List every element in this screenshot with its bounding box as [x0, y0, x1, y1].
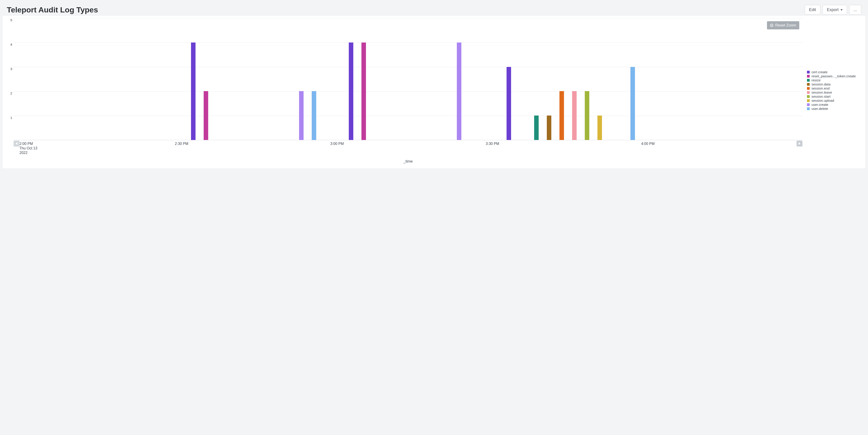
legend-label: session.leave: [811, 90, 832, 94]
legend-item[interactable]: session.upload: [807, 99, 861, 102]
bar[interactable]: [299, 91, 304, 140]
legend-swatch: [807, 75, 810, 77]
chart-body: 12345 Reset Zoom 2:00 PMThu Oct 1320222:…: [7, 18, 861, 164]
edit-button-label: Edit: [809, 7, 816, 12]
prev-time-button[interactable]: [13, 141, 20, 147]
legend-label: user.delete: [811, 107, 828, 111]
legend-item[interactable]: session.end: [807, 86, 861, 90]
legend-item[interactable]: session.start: [807, 94, 861, 98]
chart: 12345 Reset Zoom 2:00 PMThu Oct 1320222:…: [3, 16, 865, 168]
legend-swatch: [807, 95, 810, 98]
legend-item[interactable]: resize: [807, 78, 861, 82]
x-ticks: 2:00 PMThu Oct 1320222:30 PM3:00 PM3:30 …: [20, 141, 797, 154]
export-button-label: Export: [827, 7, 839, 12]
legend-label: session.upload: [811, 99, 834, 102]
legend-label: resize: [811, 78, 820, 82]
legend-swatch: [807, 107, 810, 110]
x-tick: 4:00 PM: [641, 142, 655, 146]
bar[interactable]: [362, 42, 366, 140]
legend-swatch: [807, 79, 810, 82]
bar[interactable]: [204, 91, 208, 140]
next-time-button[interactable]: [797, 141, 802, 147]
bar[interactable]: [572, 91, 577, 140]
x-tick: 3:00 PM: [330, 142, 344, 146]
plot-area[interactable]: Reset Zoom: [13, 18, 802, 140]
bar[interactable]: [457, 42, 461, 140]
legend-label: session.end: [811, 86, 830, 90]
legend: cert.createreset_passwo..._token.creater…: [802, 18, 861, 164]
bar[interactable]: [547, 116, 551, 140]
panel: Teleport Audit Log Types Edit Export ...…: [3, 3, 865, 168]
bars-layer: [13, 18, 802, 140]
chevron-right-icon: [799, 142, 800, 145]
legend-label: reset_passwo..._token.create: [811, 74, 856, 78]
legend-label: session.data: [811, 82, 831, 86]
more-button[interactable]: ...: [849, 5, 861, 14]
x-axis-row: 2:00 PMThu Oct 1320222:30 PM3:00 PM3:30 …: [13, 141, 802, 154]
header-actions: Edit Export ...: [805, 5, 861, 14]
bar[interactable]: [506, 67, 511, 140]
legend-label: user.create: [811, 103, 828, 106]
x-tick: 2:00 PMThu Oct 132022: [20, 142, 37, 155]
legend-item[interactable]: session.data: [807, 82, 861, 86]
plot-column: Reset Zoom 2:00 PMThu Oct 1320222:30 PM3…: [13, 18, 802, 164]
x-tick: 2:30 PM: [175, 142, 188, 146]
bar[interactable]: [191, 42, 195, 140]
export-button[interactable]: Export: [823, 5, 847, 14]
legend-swatch: [807, 71, 810, 73]
bar[interactable]: [534, 116, 539, 140]
chevron-left-icon: [16, 142, 18, 145]
x-axis-label: _time: [13, 159, 802, 164]
legend-swatch: [807, 99, 810, 102]
legend-item[interactable]: cert.create: [807, 70, 861, 74]
legend-label: session.start: [811, 94, 831, 98]
legend-item[interactable]: reset_passwo..._token.create: [807, 74, 861, 78]
legend-swatch: [807, 87, 810, 90]
legend-label: cert.create: [811, 70, 828, 74]
bar[interactable]: [559, 91, 564, 140]
more-button-label: ...: [854, 7, 857, 12]
legend-item[interactable]: session.leave: [807, 90, 861, 94]
bar[interactable]: [585, 91, 589, 140]
x-tick: 3:30 PM: [486, 142, 499, 146]
legend-swatch: [807, 103, 810, 106]
legend-item[interactable]: user.delete: [807, 107, 861, 111]
bar[interactable]: [597, 116, 602, 140]
legend-swatch: [807, 91, 810, 94]
bar[interactable]: [349, 42, 353, 140]
page-title: Teleport Audit Log Types: [7, 5, 98, 14]
caret-down-icon: [840, 9, 843, 11]
legend-swatch: [807, 83, 810, 86]
edit-button[interactable]: Edit: [805, 5, 820, 14]
bar[interactable]: [630, 67, 635, 140]
legend-item[interactable]: user.create: [807, 103, 861, 106]
y-axis: 12345: [7, 18, 13, 140]
header: Teleport Audit Log Types Edit Export ...: [3, 3, 865, 16]
bar[interactable]: [312, 91, 316, 140]
